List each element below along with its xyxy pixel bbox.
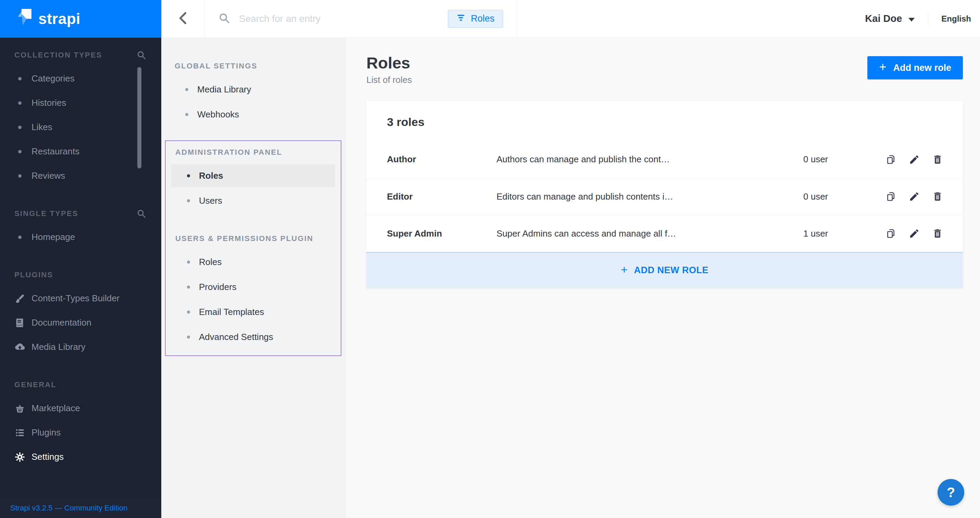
settings-item-global-settings-media-library[interactable]: Media Library: [170, 78, 337, 101]
filter-chip-label: Roles: [471, 13, 495, 24]
table-row-author[interactable]: AuthorAuthors can manage and publish the…: [366, 141, 963, 178]
role-name: Author: [387, 154, 496, 165]
delete-role-button[interactable]: [932, 228, 944, 239]
duplicate-role-button[interactable]: [886, 191, 897, 202]
settings-highlight-box: ADMINISTRATION PANELRolesUsersUSERS & PE…: [165, 140, 341, 356]
book-icon: [14, 317, 26, 329]
sidebar-item-reviews[interactable]: Reviews: [0, 164, 161, 188]
duplicate-icon: [886, 191, 897, 202]
edit-role-button[interactable]: [909, 191, 920, 202]
role-description: Editors can manage and publish contents …: [496, 191, 803, 202]
sidebar-item-documentation[interactable]: Documentation: [0, 310, 161, 335]
bullet-icon: [185, 113, 188, 116]
duplicate-role-button[interactable]: [886, 154, 897, 165]
edit-role-button[interactable]: [909, 154, 920, 165]
version-link[interactable]: Strapi v3.2.5 — Community Edition: [10, 504, 127, 513]
search-input[interactable]: [239, 13, 439, 24]
collapse-back-button[interactable]: [161, 0, 205, 37]
table-row-super-admin[interactable]: Super AdminSuper Admins can access and m…: [366, 215, 963, 252]
sidebar-item-marketplace[interactable]: Marketplace: [0, 396, 161, 420]
trash-icon: [932, 191, 944, 202]
sidebar-item-settings[interactable]: Settings: [0, 445, 161, 469]
duplicate-role-button[interactable]: [886, 228, 897, 239]
role-actions: [858, 228, 944, 239]
role-actions: [858, 191, 944, 202]
page-header: Roles List of roles + Add new role: [346, 38, 980, 85]
settings-item-users-permissions-plugin-advanced-settings[interactable]: Advanced Settings: [171, 326, 335, 348]
language-picker[interactable]: English: [928, 11, 971, 26]
bullet-icon: [14, 121, 26, 133]
main-sidebar: strapi COLLECTION TYPESCategoriesHistori…: [0, 0, 161, 518]
settings-item-label: Email Templates: [199, 307, 264, 317]
sidebar-section-header: GENERAL: [0, 380, 161, 389]
role-users-count: 1 user: [803, 228, 858, 239]
add-new-role-button-label: Add new role: [893, 63, 951, 73]
settings-section-global-settings: GLOBAL SETTINGSMedia LibraryWebhooks: [161, 62, 345, 126]
bullet-icon: [185, 88, 188, 91]
caret-down-icon: [908, 13, 915, 24]
role-users-count: 0 user: [803, 154, 858, 165]
settings-item-global-settings-webhooks[interactable]: Webhooks: [170, 103, 337, 126]
add-new-role-footer-button[interactable]: + ADD NEW ROLE: [366, 252, 963, 288]
bullet-icon: [14, 97, 26, 109]
role-actions: [858, 154, 944, 165]
table-row-editor[interactable]: EditorEditors can manage and publish con…: [366, 178, 963, 215]
add-new-role-button[interactable]: + Add new role: [867, 56, 963, 79]
brush-icon: [14, 292, 26, 305]
sidebar-item-label: Restaurants: [32, 146, 80, 157]
sidebar-scrollbar-thumb[interactable]: [137, 67, 142, 168]
filter-chip-roles[interactable]: Roles: [448, 10, 503, 28]
search-icon[interactable]: [137, 209, 146, 218]
settings-items: Media LibraryWebhooks: [161, 78, 345, 126]
sidebar-items: Content-Types BuilderDocumentationMedia …: [0, 286, 161, 359]
sidebar-section-single-types: SINGLE TYPESHomepage: [0, 209, 161, 249]
pencil-icon: [909, 154, 920, 165]
trash-icon: [932, 154, 944, 165]
search-icon[interactable]: [137, 50, 146, 60]
topbar-right: Kai Doe English: [517, 0, 980, 37]
sidebar-section-label: GENERAL: [14, 380, 57, 389]
user-name: Kai Doe: [865, 13, 902, 24]
bullet-icon: [187, 286, 190, 289]
sidebar-section-header: SINGLE TYPES: [0, 209, 161, 218]
delete-role-button[interactable]: [932, 154, 944, 165]
bullet-icon: [14, 146, 26, 158]
pencil-icon: [909, 228, 920, 239]
sidebar-item-homepage[interactable]: Homepage: [0, 225, 161, 249]
bullet-icon: [14, 170, 26, 182]
settings-item-users-permissions-plugin-roles[interactable]: Roles: [171, 251, 335, 273]
search-icon: [218, 12, 230, 25]
version-bar: Strapi v3.2.5 — Community Edition: [0, 498, 161, 518]
settings-item-administration-panel-roles[interactable]: Roles: [171, 164, 335, 187]
sidebar-item-label: Documentation: [32, 317, 91, 328]
settings-item-label: Users: [199, 195, 222, 206]
edit-role-button[interactable]: [909, 228, 920, 239]
sidebar-items: Homepage: [0, 225, 161, 249]
sidebar-section-header: PLUGINS: [0, 270, 161, 280]
settings-item-label: Media Library: [197, 84, 251, 95]
help-button[interactable]: ?: [937, 479, 964, 506]
filter-icon: [457, 13, 465, 24]
bullet-icon: [14, 231, 26, 243]
settings-items: RolesUsers: [166, 164, 341, 212]
sidebar-item-plugins[interactable]: Plugins: [0, 420, 161, 445]
settings-section-users-permissions-plugin: USERS & PERMISSIONS PLUGINRolesProviders…: [166, 234, 341, 348]
sidebar-item-label: Categories: [32, 73, 75, 84]
question-mark-icon: ?: [947, 485, 955, 500]
settings-group: GLOBAL SETTINGSMedia LibraryWebhooks: [161, 62, 345, 126]
chevron-left-icon: [179, 12, 187, 26]
bullet-icon: [187, 335, 190, 338]
settings-item-administration-panel-users[interactable]: Users: [171, 189, 335, 212]
user-menu[interactable]: Kai Doe: [865, 13, 928, 24]
plus-icon: +: [621, 263, 628, 276]
settings-item-users-permissions-plugin-providers[interactable]: Providers: [171, 276, 335, 299]
settings-item-users-permissions-plugin-email-templates[interactable]: Email Templates: [171, 300, 335, 324]
sidebar-item-label: Likes: [32, 122, 52, 132]
roles-count: 3 roles: [366, 101, 963, 141]
settings-item-label: Roles: [199, 257, 221, 267]
strapi-logo[interactable]: strapi: [0, 0, 161, 38]
sidebar-item-content-types-builder[interactable]: Content-Types Builder: [0, 286, 161, 310]
sidebar-item-media-library[interactable]: Media Library: [0, 335, 161, 359]
sidebar-item-label: Media Library: [32, 342, 86, 352]
delete-role-button[interactable]: [932, 191, 944, 202]
